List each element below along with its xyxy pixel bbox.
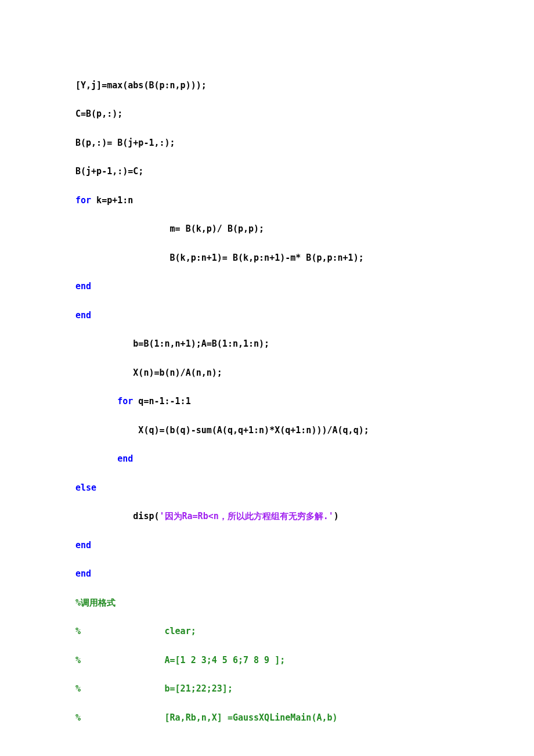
code-line: [Y,j]=max(abs(B(p:n,p))); xyxy=(75,78,459,93)
code-line: B(p,:)= B(j+p-1,:); xyxy=(75,136,459,150)
code-text: disp( xyxy=(75,511,160,521)
keyword-end: end xyxy=(75,540,91,550)
keyword-else: else xyxy=(75,483,96,493)
comment-line: % b=[21;22;23]; xyxy=(75,682,459,696)
code-line: for q=n-1:-1:1 xyxy=(75,394,459,409)
code-line: B(j+p-1,:)=C; xyxy=(75,164,459,179)
comment-line: % [Ra,Rb,n,X] =GaussXQLineMain(A,b) xyxy=(75,711,459,725)
code-line: end xyxy=(75,538,459,553)
code-text: ) xyxy=(334,511,339,521)
code-line: end xyxy=(75,452,459,466)
keyword-for: for xyxy=(117,396,133,406)
matlab-code-block: [Y,j]=max(abs(B(p:n,p))); C=B(p,:); B(p,… xyxy=(75,64,459,754)
code-line: X(q)=(b(q)-sum(A(q,q+1:n)*X(q+1:n)))/A(q… xyxy=(75,423,459,438)
code-line: B(k,p:n+1)= B(k,p:n+1)-m* B(p,p:n+1); xyxy=(75,251,459,265)
code-line: m= B(k,p)/ B(p,p); xyxy=(75,222,459,236)
code-text: k=p+1:n xyxy=(91,195,133,206)
code-text xyxy=(75,396,117,406)
keyword-end: end xyxy=(117,453,133,464)
comment-line: % clear; xyxy=(75,624,459,639)
code-line: b=B(1:n,n+1);A=B(1:n,1:n); xyxy=(75,337,459,351)
keyword-for: for xyxy=(75,195,91,206)
code-line: disp('因为Ra=Rb<n，所以此方程组有无穷多解.') xyxy=(75,509,459,524)
string-literal: '因为Ra=Rb<n，所以此方程组有无穷多解.' xyxy=(160,511,334,521)
keyword-end: end xyxy=(75,281,91,291)
keyword-end: end xyxy=(75,310,91,321)
code-text: q=n-1:-1:1 xyxy=(133,396,190,406)
comment-line: %调用格式 xyxy=(75,596,459,610)
code-line: C=B(p,:); xyxy=(75,107,459,121)
document-page: [Y,j]=max(abs(B(p:n,p))); C=B(p,:); B(p,… xyxy=(0,0,534,756)
code-line: for k=p+1:n xyxy=(75,193,459,208)
code-line: end xyxy=(75,279,459,294)
comment-line: % A=[1 2 3;4 5 6;7 8 9 ]; xyxy=(75,653,459,668)
code-line: end xyxy=(75,308,459,323)
code-line: end xyxy=(75,567,459,581)
code-line: X(n)=b(n)/A(n,n); xyxy=(75,366,459,380)
code-text xyxy=(75,453,117,464)
code-line: else xyxy=(75,481,459,495)
keyword-end: end xyxy=(75,568,91,579)
